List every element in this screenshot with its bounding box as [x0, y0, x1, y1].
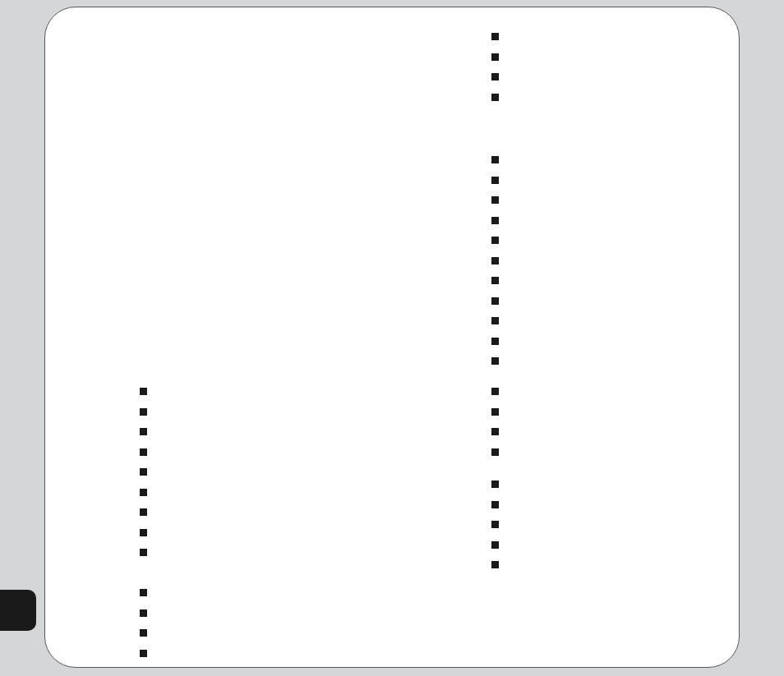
bullet-marker	[140, 629, 147, 637]
bullet-marker	[491, 177, 499, 184]
bullet-marker	[140, 388, 147, 395]
bullet-marker	[491, 156, 499, 163]
bullet-marker	[491, 338, 499, 345]
bullet-marker	[491, 33, 499, 40]
bullet-marker	[491, 428, 499, 435]
bullet-marker	[491, 73, 499, 80]
bullet-marker	[140, 408, 147, 416]
bullet-marker	[491, 237, 499, 244]
bullet-marker	[491, 196, 499, 204]
bullet-marker	[491, 357, 499, 365]
bullet-marker	[140, 448, 147, 456]
bullet-marker	[491, 297, 499, 305]
bullet-marker	[491, 277, 499, 284]
side-tab	[0, 590, 36, 631]
bullet-marker	[140, 589, 147, 596]
bullet-marker	[140, 489, 147, 496]
bullet-marker	[491, 257, 499, 264]
bullet-marker	[140, 468, 147, 476]
bullet-marker	[491, 561, 499, 568]
bullet-marker	[140, 529, 147, 536]
bullet-marker	[140, 549, 147, 556]
bullet-marker	[491, 94, 499, 101]
document-page	[44, 7, 740, 668]
bullet-marker	[491, 408, 499, 416]
bullet-marker	[491, 217, 499, 224]
bullet-marker	[140, 650, 147, 657]
bullet-marker	[491, 521, 499, 528]
bullet-marker	[140, 508, 147, 516]
bullet-marker	[491, 317, 499, 324]
bullet-marker	[491, 541, 499, 549]
bullet-marker	[491, 388, 499, 395]
bullet-marker	[491, 501, 499, 508]
bullet-marker	[491, 481, 499, 488]
bullet-marker	[491, 53, 499, 61]
bullet-marker	[491, 448, 499, 456]
bullet-marker	[140, 609, 147, 617]
bullet-marker	[140, 428, 147, 435]
